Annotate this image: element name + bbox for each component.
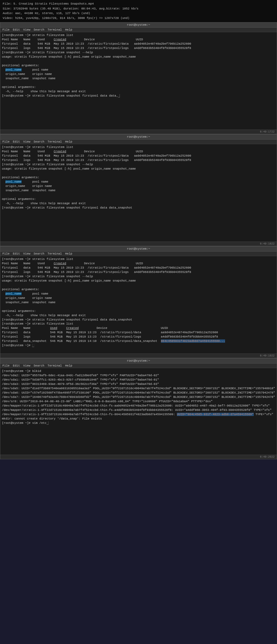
terminal-title-3: root@system:~ [2,247,275,250]
menu-file-4[interactable]: File [2,364,9,367]
terminal-window-3: root@system:~ File Edit View Search Term… [0,246,277,358]
menu-terminal-3[interactable]: Terminal [48,252,62,255]
video-filename: File: 5. Creating Stratis Filesystems Sn… [3,2,274,6]
menu-edit-1[interactable]: Edit [13,28,20,31]
terminal-menu-2[interactable]: File Edit View Search Terminal Help [0,140,277,144]
menu-terminal-1[interactable]: Terminal [48,28,62,31]
terminal-menu-1[interactable]: File Edit View Search Terminal Help [0,28,277,32]
terminal-titlebar-4: root@system:~ [0,358,277,364]
menu-file-3[interactable]: File [2,252,9,255]
terminal-menu-3[interactable]: File Edit View Search Terminal Help [0,252,277,256]
menu-edit-2[interactable]: Edit [13,140,20,143]
menu-help-3[interactable]: Help [65,252,72,255]
terminal-footer-3: 6:49:1922 [0,354,277,358]
video-info-panel: File: 5. Creating Stratis Filesystems Sn… [0,0,277,22]
menu-view-4[interactable]: View [23,364,30,367]
menu-help-1[interactable]: Help [65,28,72,31]
menu-search-2[interactable]: Search [34,140,44,143]
terminal-menu-4[interactable]: File Edit View Search Terminal Help [0,364,277,368]
terminal-window-1: root@system:~ File Edit View Search Term… [0,22,277,134]
menu-view-2[interactable]: View [23,140,30,143]
terminal-body-4[interactable]: [root@system ~]# blkid /dev/sda2: UUID="… [0,368,277,455]
terminal-title-4: root@system:~ [2,359,275,362]
menu-help-4[interactable]: Help [65,364,72,367]
terminal-window-2: root@system:~ File Edit View Search Term… [0,134,277,246]
menu-edit-4[interactable]: Edit [13,364,20,367]
menu-search-3[interactable]: Search [34,252,44,255]
menu-terminal-4[interactable]: Terminal [48,364,62,367]
terminal-footer-4: 6:49:2022 [0,455,277,459]
terminal-title-1: root@system:~ [2,23,275,27]
terminal-window-4: root@system:~ File Edit View Search Term… [0,358,277,459]
menu-file-2[interactable]: File [2,140,9,143]
terminal-body-1[interactable]: [root@system ~]# stratis filesystem list… [0,32,277,130]
terminal-titlebar-3: root@system:~ [0,246,277,252]
terminal-footer-2: 6:49:1822 [0,242,277,246]
terminal-footer-1: 6:49:1722 [0,130,277,134]
terminal-titlebar-1: root@system:~ [0,22,277,28]
terminal-body-2[interactable]: [root@system ~]# stratis filesystem list… [0,144,277,242]
menu-search-4[interactable]: Search [34,364,44,367]
menu-search-1[interactable]: Search [34,28,44,31]
menu-help-2[interactable]: Help [65,140,72,143]
menu-view-3[interactable]: View [23,252,30,255]
video-audio: Audio: aac, 44100 Hz, stereo, s16, 127 k… [3,11,274,16]
terminal-body-3[interactable]: [root@system ~]# stratis filesystem list… [0,256,277,354]
menu-edit-3[interactable]: Edit [13,252,20,255]
terminal-title-2: root@system:~ [2,135,275,138]
video-video: Video: h264, yuv420p, 1280x720, 914 kb/s… [3,16,274,21]
menu-terminal-2[interactable]: Terminal [48,140,62,143]
video-size: Size: 37202948 bytes (35.48 MiB), durati… [3,6,274,11]
terminal-titlebar-2: root@system:~ [0,134,277,140]
menu-file-1[interactable]: File [2,28,9,31]
menu-view-1[interactable]: View [23,28,30,31]
